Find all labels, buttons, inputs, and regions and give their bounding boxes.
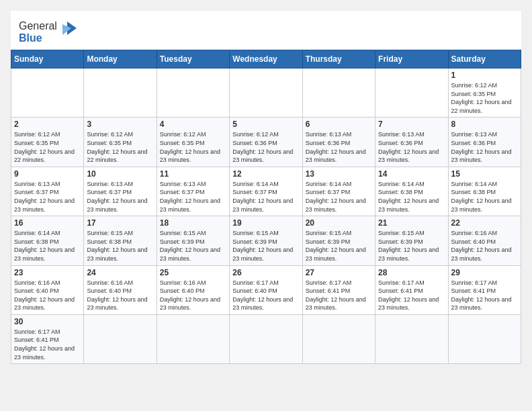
calendar-cell: 26Sunrise: 6:17 AM Sunset: 6:40 PM Dayli…	[230, 265, 302, 314]
calendar-cell: 28Sunrise: 6:17 AM Sunset: 6:41 PM Dayli…	[375, 265, 448, 314]
day-number: 23	[14, 268, 81, 277]
day-info: Sunrise: 6:17 AM Sunset: 6:40 PM Dayligh…	[232, 279, 299, 312]
calendar-cell: 23Sunrise: 6:16 AM Sunset: 6:40 PM Dayli…	[11, 265, 84, 314]
calendar-cell: 24Sunrise: 6:16 AM Sunset: 6:40 PM Dayli…	[84, 265, 157, 314]
weekday-header-row: SundayMondayTuesdayWednesdayThursdayFrid…	[11, 50, 521, 68]
calendar-cell	[84, 68, 157, 118]
calendar-cell	[230, 68, 302, 118]
week-row-1: 2Sunrise: 6:12 AM Sunset: 6:35 PM Daylig…	[11, 118, 521, 167]
day-info: Sunrise: 6:12 AM Sunset: 6:35 PM Dayligh…	[87, 130, 153, 164]
calendar-cell: 27Sunrise: 6:17 AM Sunset: 6:41 PM Dayli…	[302, 265, 375, 314]
calendar-cell	[302, 68, 375, 118]
day-number: 17	[87, 218, 153, 228]
day-number: 11	[160, 169, 226, 179]
day-number: 9	[14, 169, 81, 179]
day-number: 8	[451, 120, 518, 129]
day-number: 7	[378, 120, 445, 129]
day-info: Sunrise: 6:14 AM Sunset: 6:37 PM Dayligh…	[306, 180, 372, 214]
day-info: Sunrise: 6:15 AM Sunset: 6:38 PM Dayligh…	[87, 229, 153, 263]
day-info: Sunrise: 6:13 AM Sunset: 6:37 PM Dayligh…	[87, 180, 153, 214]
calendar-cell: 13Sunrise: 6:14 AM Sunset: 6:37 PM Dayli…	[302, 167, 375, 216]
day-info: Sunrise: 6:14 AM Sunset: 6:38 PM Dayligh…	[14, 229, 81, 263]
calendar-cell: 16Sunrise: 6:14 AM Sunset: 6:38 PM Dayli…	[11, 216, 84, 265]
day-number: 10	[87, 169, 153, 179]
calendar-cell: 1Sunrise: 6:12 AM Sunset: 6:35 PM Daylig…	[448, 68, 521, 118]
day-number: 16	[14, 218, 81, 228]
day-info: Sunrise: 6:16 AM Sunset: 6:40 PM Dayligh…	[14, 279, 81, 312]
page-header: GeneralBlue	[11, 11, 521, 50]
day-info: Sunrise: 6:14 AM Sunset: 6:37 PM Dayligh…	[232, 180, 299, 214]
day-number: 25	[160, 268, 226, 277]
calendar-cell: 5Sunrise: 6:12 AM Sunset: 6:36 PM Daylig…	[230, 118, 302, 167]
calendar-cell: 21Sunrise: 6:15 AM Sunset: 6:39 PM Dayli…	[375, 216, 448, 265]
day-info: Sunrise: 6:15 AM Sunset: 6:39 PM Dayligh…	[306, 229, 372, 263]
calendar-cell: 14Sunrise: 6:14 AM Sunset: 6:38 PM Dayli…	[375, 167, 448, 216]
calendar-cell: 30Sunrise: 6:17 AM Sunset: 6:41 PM Dayli…	[11, 314, 84, 363]
day-info: Sunrise: 6:17 AM Sunset: 6:41 PM Dayligh…	[14, 328, 81, 361]
day-info: Sunrise: 6:17 AM Sunset: 6:41 PM Dayligh…	[378, 279, 445, 312]
day-number: 13	[306, 169, 372, 179]
day-info: Sunrise: 6:15 AM Sunset: 6:39 PM Dayligh…	[160, 229, 226, 263]
day-number: 2	[14, 120, 81, 129]
week-row-4: 23Sunrise: 6:16 AM Sunset: 6:40 PM Dayli…	[11, 265, 521, 314]
calendar-cell: 4Sunrise: 6:12 AM Sunset: 6:35 PM Daylig…	[157, 118, 229, 167]
day-number: 19	[232, 218, 299, 228]
calendar-cell	[375, 68, 448, 118]
day-info: Sunrise: 6:14 AM Sunset: 6:38 PM Dayligh…	[378, 180, 445, 214]
day-number: 26	[232, 268, 299, 277]
day-info: Sunrise: 6:12 AM Sunset: 6:36 PM Dayligh…	[232, 130, 299, 164]
day-number: 15	[451, 169, 518, 179]
week-row-2: 9Sunrise: 6:13 AM Sunset: 6:37 PM Daylig…	[11, 167, 521, 216]
calendar-cell: 17Sunrise: 6:15 AM Sunset: 6:38 PM Dayli…	[84, 216, 157, 265]
calendar-cell: 2Sunrise: 6:12 AM Sunset: 6:35 PM Daylig…	[11, 118, 84, 167]
week-row-3: 16Sunrise: 6:14 AM Sunset: 6:38 PM Dayli…	[11, 216, 521, 265]
calendar-cell	[302, 314, 375, 363]
day-number: 12	[232, 169, 299, 179]
day-info: Sunrise: 6:14 AM Sunset: 6:38 PM Dayligh…	[451, 180, 518, 214]
calendar-cell: 6Sunrise: 6:13 AM Sunset: 6:36 PM Daylig…	[302, 118, 375, 167]
day-info: Sunrise: 6:12 AM Sunset: 6:35 PM Dayligh…	[451, 81, 518, 115]
day-info: Sunrise: 6:13 AM Sunset: 6:36 PM Dayligh…	[378, 130, 445, 164]
calendar-page: GeneralBlue SundayMondayTuesdayWednesday…	[11, 11, 521, 364]
day-number: 30	[14, 317, 81, 326]
calendar-cell	[157, 68, 229, 118]
calendar-cell	[11, 68, 84, 118]
logo-svg: GeneralBlue	[19, 19, 79, 44]
day-number: 24	[87, 268, 153, 277]
day-number: 18	[160, 218, 226, 228]
calendar-cell: 20Sunrise: 6:15 AM Sunset: 6:39 PM Dayli…	[302, 216, 375, 265]
day-number: 6	[306, 120, 372, 129]
calendar-cell	[230, 314, 302, 363]
calendar-cell: 11Sunrise: 6:13 AM Sunset: 6:37 PM Dayli…	[157, 167, 229, 216]
day-number: 4	[160, 120, 226, 129]
day-info: Sunrise: 6:12 AM Sunset: 6:35 PM Dayligh…	[160, 130, 226, 164]
day-number: 20	[306, 218, 372, 228]
svg-text:General: General	[19, 20, 57, 32]
calendar-cell: 9Sunrise: 6:13 AM Sunset: 6:37 PM Daylig…	[11, 167, 84, 216]
day-number: 14	[378, 169, 445, 179]
week-row-0: 1Sunrise: 6:12 AM Sunset: 6:35 PM Daylig…	[11, 68, 521, 118]
day-number: 22	[451, 218, 518, 228]
calendar-cell: 25Sunrise: 6:16 AM Sunset: 6:40 PM Dayli…	[157, 265, 229, 314]
day-info: Sunrise: 6:16 AM Sunset: 6:40 PM Dayligh…	[160, 279, 226, 312]
svg-text:Blue: Blue	[19, 32, 42, 44]
day-number: 29	[451, 268, 518, 277]
calendar-cell: 29Sunrise: 6:17 AM Sunset: 6:41 PM Dayli…	[448, 265, 521, 314]
calendar-cell	[157, 314, 229, 363]
weekday-header-monday: Monday	[84, 50, 157, 68]
calendar-cell: 22Sunrise: 6:16 AM Sunset: 6:40 PM Dayli…	[448, 216, 521, 265]
calendar-cell: 3Sunrise: 6:12 AM Sunset: 6:35 PM Daylig…	[84, 118, 157, 167]
weekday-header-saturday: Saturday	[448, 50, 521, 68]
weekday-header-friday: Friday	[375, 50, 448, 68]
week-row-5: 30Sunrise: 6:17 AM Sunset: 6:41 PM Dayli…	[11, 314, 521, 363]
day-number: 1	[451, 71, 518, 80]
day-info: Sunrise: 6:17 AM Sunset: 6:41 PM Dayligh…	[451, 279, 518, 312]
calendar-cell: 15Sunrise: 6:14 AM Sunset: 6:38 PM Dayli…	[448, 167, 521, 216]
day-info: Sunrise: 6:15 AM Sunset: 6:39 PM Dayligh…	[378, 229, 445, 263]
day-info: Sunrise: 6:17 AM Sunset: 6:41 PM Dayligh…	[306, 279, 372, 312]
calendar-cell: 8Sunrise: 6:13 AM Sunset: 6:36 PM Daylig…	[448, 118, 521, 167]
day-number: 28	[378, 268, 445, 277]
calendar-cell: 7Sunrise: 6:13 AM Sunset: 6:36 PM Daylig…	[375, 118, 448, 167]
day-number: 21	[378, 218, 445, 228]
logo: GeneralBlue	[19, 19, 79, 44]
